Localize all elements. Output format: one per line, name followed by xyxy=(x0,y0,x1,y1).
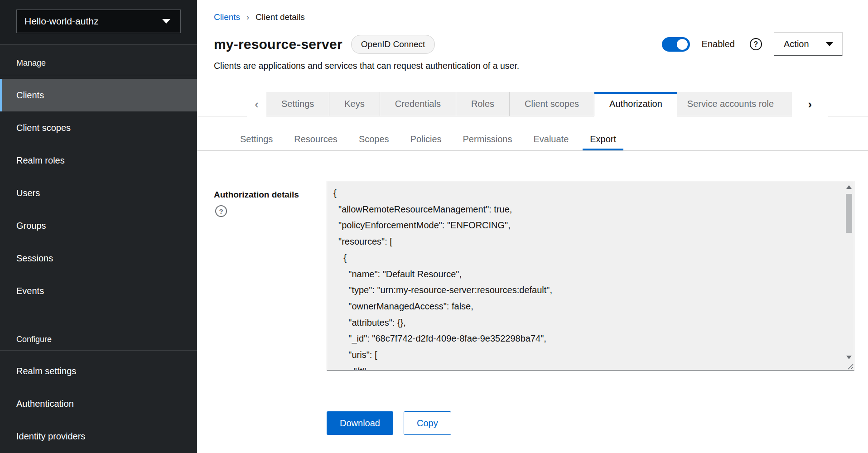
subtab-resources[interactable]: Resources xyxy=(287,128,345,150)
tabs-scroll-left-button[interactable]: ‹ xyxy=(247,92,266,116)
tab-service-accounts-roles[interactable]: Service accounts role xyxy=(677,92,792,116)
client-tabs: ‹ Settings Keys Credentials Roles Client… xyxy=(197,92,868,116)
header-controls: Enabled ? Action xyxy=(662,32,843,56)
client-header: my-resource-server OpenID Connect Enable… xyxy=(197,22,868,56)
subtab-policies[interactable]: Policies xyxy=(403,128,449,150)
chevron-down-icon xyxy=(162,19,170,24)
download-button[interactable]: Download xyxy=(327,411,393,435)
subtab-export[interactable]: Export xyxy=(583,128,623,150)
action-dropdown[interactable]: Action xyxy=(774,32,843,56)
authorization-details-label: Authorization details xyxy=(214,190,327,200)
help-icon[interactable]: ? xyxy=(750,38,762,50)
tab-client-scopes[interactable]: Client scopes xyxy=(509,92,594,116)
sidebar-item-realm-roles[interactable]: Realm roles xyxy=(0,144,197,177)
scrollbar-down-icon[interactable] xyxy=(846,356,852,359)
breadcrumb-clients-link[interactable]: Clients xyxy=(214,12,240,22)
nav-group-label-manage: Manage xyxy=(0,45,197,75)
sidebar-item-label: Groups xyxy=(16,221,46,231)
tab-keys[interactable]: Keys xyxy=(329,92,379,116)
toggle-knob xyxy=(677,39,688,50)
nav-group-configure: Configure Realm settings Authentication … xyxy=(0,307,197,453)
chevron-down-icon xyxy=(826,42,833,46)
nav-list-configure: Realm settings Authentication Identity p… xyxy=(0,351,197,453)
tab-settings[interactable]: Settings xyxy=(266,92,329,116)
authorization-subtabs: Settings Resources Scopes Policies Permi… xyxy=(197,128,868,151)
textarea-resize-grip-icon[interactable] xyxy=(845,363,854,370)
sidebar-item-clients[interactable]: Clients xyxy=(0,79,197,111)
realm-selector[interactable]: Hello-world-authz xyxy=(16,10,181,33)
protocol-badge: OpenID Connect xyxy=(351,35,435,54)
nav-group-manage: Manage Clients Client scopes Realm roles… xyxy=(0,45,197,307)
sidebar-item-label: Sessions xyxy=(16,253,53,264)
main-content: Clients › Client details my-resource-ser… xyxy=(197,0,868,453)
tabs-scroll-right-button[interactable]: › xyxy=(792,92,828,116)
subtab-evaluate[interactable]: Evaluate xyxy=(526,128,576,150)
breadcrumb-current: Client details xyxy=(256,12,305,22)
textarea-scrollbar[interactable] xyxy=(844,182,854,363)
tab-authorization[interactable]: Authorization xyxy=(594,92,677,116)
sidebar-item-label: Users xyxy=(16,188,40,198)
sidebar-item-label: Authentication xyxy=(16,399,74,409)
sidebar-item-label: Events xyxy=(16,286,44,296)
action-dropdown-label: Action xyxy=(784,39,809,49)
sidebar-item-identity-providers[interactable]: Identity providers xyxy=(0,420,197,453)
realm-selector-value: Hello-world-authz xyxy=(24,16,98,27)
sidebar-item-label: Clients xyxy=(16,90,44,101)
subtab-settings[interactable]: Settings xyxy=(233,128,280,150)
client-description: Clients are applications and services th… xyxy=(197,56,868,71)
sidebar-item-client-scopes[interactable]: Client scopes xyxy=(0,111,197,144)
keycloak-admin-console: Hello-world-authz Manage Clients Client … xyxy=(0,0,868,453)
sidebar: Hello-world-authz Manage Clients Client … xyxy=(0,0,197,453)
nav-group-label-configure: Configure xyxy=(0,334,197,350)
scrollbar-up-icon[interactable] xyxy=(846,185,852,189)
help-icon[interactable]: ? xyxy=(215,205,227,217)
sidebar-item-sessions[interactable]: Sessions xyxy=(0,242,197,275)
authorization-json-content: { "allowRemoteResourceManagement": true,… xyxy=(327,181,854,370)
sidebar-item-groups[interactable]: Groups xyxy=(0,209,197,242)
tab-roles[interactable]: Roles xyxy=(456,92,509,116)
sidebar-item-realm-settings[interactable]: Realm settings xyxy=(0,355,197,387)
form-label-column: Authorization details ? xyxy=(214,181,327,371)
page-title: my-resource-server xyxy=(214,37,342,52)
export-form: Authorization details ? { "allowRemoteRe… xyxy=(197,181,868,371)
sidebar-item-label: Identity providers xyxy=(16,431,85,442)
subtab-permissions[interactable]: Permissions xyxy=(456,128,520,150)
sidebar-item-events[interactable]: Events xyxy=(0,275,197,307)
export-actions: Download Copy xyxy=(197,411,868,435)
sidebar-header: Hello-world-authz xyxy=(0,0,197,45)
authorization-details-textarea[interactable]: { "allowRemoteResourceManagement": true,… xyxy=(327,181,854,371)
sidebar-item-label: Realm roles xyxy=(16,155,65,166)
subtab-scopes[interactable]: Scopes xyxy=(352,128,396,150)
scrollbar-thumb[interactable] xyxy=(846,194,852,233)
sidebar-item-authentication[interactable]: Authentication xyxy=(0,387,197,420)
enabled-toggle[interactable] xyxy=(662,37,690,52)
breadcrumb: Clients › Client details xyxy=(197,0,868,22)
enabled-label: Enabled xyxy=(702,39,735,49)
sidebar-item-label: Realm settings xyxy=(16,366,76,376)
breadcrumb-separator-icon: › xyxy=(246,13,249,22)
sidebar-item-users[interactable]: Users xyxy=(0,177,197,209)
sidebar-item-label: Client scopes xyxy=(16,123,71,133)
nav-list-manage: Clients Client scopes Realm roles Users … xyxy=(0,75,197,307)
copy-button[interactable]: Copy xyxy=(404,411,451,435)
tab-credentials[interactable]: Credentials xyxy=(380,92,456,116)
